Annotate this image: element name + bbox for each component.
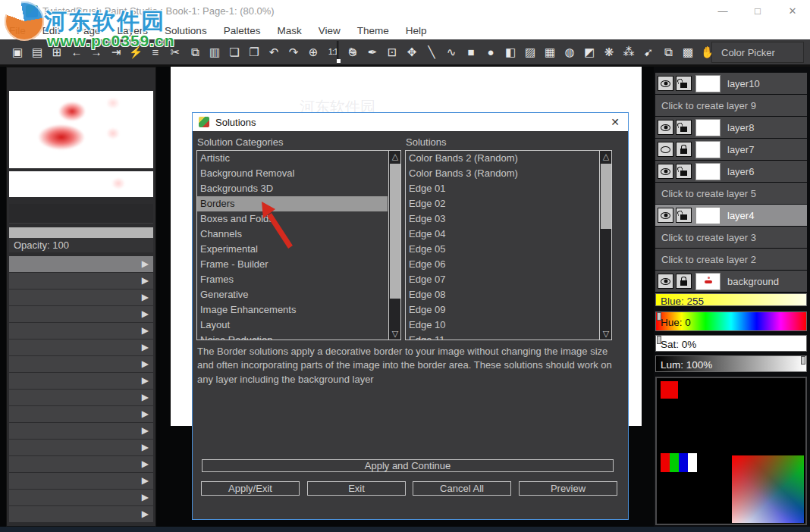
toolbar-icon[interactable]: ↷ xyxy=(284,43,303,61)
layer-row[interactable]: Click to create layer 3 Click to create … xyxy=(655,227,807,248)
layer-visibility-toggle[interactable] xyxy=(658,164,673,179)
close-button[interactable]: ✕ xyxy=(775,0,810,21)
category-item[interactable]: Noise Reduction xyxy=(197,333,388,340)
toolbar-icon[interactable]: ⁂ xyxy=(620,43,638,61)
color-picker-header[interactable]: Color Picker xyxy=(711,42,804,63)
layer-lock-toggle[interactable] xyxy=(676,120,692,135)
expand-arrow-icon[interactable]: ▶ xyxy=(142,425,149,436)
toolbar-icon[interactable]: ⊕ xyxy=(304,43,322,61)
brush-shortcut-row[interactable]: ▶ xyxy=(9,423,153,439)
category-item[interactable]: Generative xyxy=(197,287,388,302)
expand-arrow-icon[interactable]: ▶ xyxy=(142,509,149,519)
expand-arrow-icon[interactable]: ▶ xyxy=(142,325,149,336)
category-item[interactable]: Frames xyxy=(197,272,388,287)
scrollbar-thumb[interactable] xyxy=(601,164,611,229)
apply-exit-button[interactable]: Apply/Exit xyxy=(201,481,300,496)
toolbar-icon[interactable]: ⇥ xyxy=(107,43,125,61)
expand-arrow-icon[interactable]: ▶ xyxy=(142,275,149,286)
layer-lock-toggle[interactable] xyxy=(676,274,692,289)
scroll-up-icon[interactable]: △ xyxy=(600,151,612,162)
color-swatch[interactable] xyxy=(661,453,670,472)
brush-shortcut-row[interactable]: ▶ xyxy=(9,473,153,489)
brush-preview-large[interactable] xyxy=(9,91,153,168)
toolbar-icon[interactable]: ❋ xyxy=(600,43,618,61)
toolbar-icon[interactable]: ❐ xyxy=(245,43,263,61)
toolbar-icon[interactable]: ✂ xyxy=(166,43,184,61)
brush-shortcut-row[interactable]: ▶ xyxy=(9,356,153,372)
layer-thumbnail[interactable] xyxy=(695,141,721,158)
solution-item[interactable]: Edge 07 xyxy=(406,272,598,287)
solutions-scrollbar[interactable]: △ ▽ xyxy=(599,151,611,340)
expand-arrow-icon[interactable]: ▶ xyxy=(142,408,149,419)
menu-item[interactable]: Edit xyxy=(42,25,60,36)
toolbar-icon[interactable]: ╲ xyxy=(422,43,441,61)
layer-row[interactable]: layer6 layer6 xyxy=(655,161,807,182)
toolbar-icon[interactable]: ◧ xyxy=(501,43,520,61)
toolbar-icon[interactable]: ◍ xyxy=(560,43,579,61)
menu-item[interactable]: Help xyxy=(406,25,427,36)
layer-lock-toggle[interactable] xyxy=(676,76,692,91)
expand-arrow-icon[interactable]: ▶ xyxy=(142,442,149,452)
brush-shortcut-row[interactable]: ▶ xyxy=(9,406,153,422)
scroll-down-icon[interactable]: ▽ xyxy=(389,328,401,340)
current-color-swatch[interactable] xyxy=(661,381,678,399)
toolbar-icon[interactable]: ✒ xyxy=(363,43,381,61)
solution-item[interactable]: Color Bands 3 (Random) xyxy=(406,166,598,181)
toolbar-icon[interactable]: 1:1 xyxy=(324,43,342,61)
category-item[interactable]: Background Removal xyxy=(197,166,388,181)
toolbar-icon[interactable]: → xyxy=(87,43,105,61)
luminance-slider-handle[interactable] xyxy=(801,356,805,365)
layer-thumbnail[interactable] xyxy=(695,119,721,136)
brush-shortcut-row[interactable]: ▶ xyxy=(9,440,153,455)
category-item[interactable]: Experimental xyxy=(197,242,388,257)
scroll-down-icon[interactable]: ▽ xyxy=(600,328,612,340)
solution-item[interactable]: Edge 05 xyxy=(406,242,598,257)
luminance-slider[interactable]: Lum: 100% xyxy=(655,355,807,372)
layer-row[interactable]: layer4 layer4 xyxy=(655,205,807,226)
expand-arrow-icon[interactable]: ▶ xyxy=(142,292,149,302)
menu-item[interactable]: Solutions xyxy=(165,25,207,36)
layer-visibility-toggle[interactable] xyxy=(658,208,673,223)
layer-visibility-toggle[interactable] xyxy=(658,142,673,157)
category-item[interactable]: Borders xyxy=(197,196,388,211)
toolbar-icon[interactable]: ▥ xyxy=(206,43,224,61)
expand-arrow-icon[interactable]: ▶ xyxy=(142,392,149,402)
menu-item[interactable]: Palettes xyxy=(224,25,261,36)
toolbar-icon[interactable]: ⊞ xyxy=(48,43,66,61)
layer-row[interactable]: layer7 layer7 xyxy=(655,139,807,160)
color-swatch[interactable] xyxy=(679,453,688,472)
category-item[interactable]: Image Enhancements xyxy=(197,302,388,318)
menu-item[interactable]: Mask xyxy=(277,25,301,36)
toolbar-icon[interactable]: ≡ xyxy=(146,43,165,61)
menu-item[interactable]: Theme xyxy=(357,25,389,36)
dialog-close-button[interactable]: ✕ xyxy=(608,115,622,129)
expand-arrow-icon[interactable]: ▶ xyxy=(142,375,149,386)
expand-arrow-icon[interactable]: ▶ xyxy=(142,475,149,486)
category-item[interactable]: Layout xyxy=(197,318,388,333)
solution-item[interactable]: Edge 10 xyxy=(406,318,598,333)
category-item[interactable]: Boxes and Folds xyxy=(197,211,388,227)
toolbar-icon[interactable]: ◩ xyxy=(580,43,598,61)
layer-row[interactable]: layer10 layer10 xyxy=(655,73,807,94)
layer-thumbnail[interactable] xyxy=(695,75,721,92)
layer-thumbnail[interactable] xyxy=(695,273,721,290)
apply-and-continue-button[interactable]: Apply and Continue xyxy=(202,459,614,472)
toolbar-icon[interactable]: ▦ xyxy=(541,43,559,61)
layer-row[interactable]: Click to create layer 2 Click to create … xyxy=(655,249,807,270)
minimize-button[interactable]: — xyxy=(705,0,740,21)
toolbar-icon[interactable]: ▤ xyxy=(28,43,46,61)
layer-thumbnail[interactable] xyxy=(695,163,721,180)
layer-visibility-toggle[interactable] xyxy=(658,76,673,91)
brush-preview-small[interactable] xyxy=(9,171,153,197)
solution-item[interactable]: Edge 02 xyxy=(406,196,598,211)
brush-shortcut-row[interactable]: ▶ xyxy=(9,490,153,505)
layer-thumbnail[interactable] xyxy=(695,207,721,224)
brush-shortcut-row[interactable]: ▶ xyxy=(9,289,153,305)
brush-shortcut-row[interactable]: ▶ xyxy=(9,273,153,289)
hue-slider[interactable]: Hue: 0 xyxy=(655,311,807,331)
menu-item[interactable]: View xyxy=(319,25,341,36)
toolbar-icon[interactable]: ● xyxy=(482,43,500,61)
menu-item[interactable]: Layers xyxy=(118,25,149,36)
toolbar-icon[interactable]: ⊡ xyxy=(383,43,401,61)
toolbar-icon[interactable]: ▣ xyxy=(8,43,27,61)
